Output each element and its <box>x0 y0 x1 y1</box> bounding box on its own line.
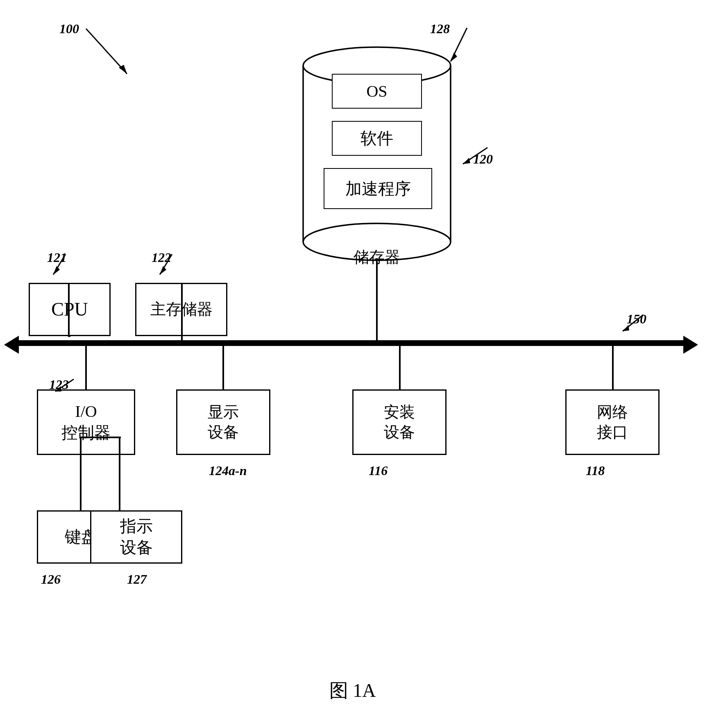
pointing-device-box: 指示设备 <box>90 510 182 564</box>
io-controller-box: I/O 控制器 <box>37 389 135 455</box>
arrow-100-line <box>53 20 143 86</box>
bus-arrow-right <box>683 336 698 354</box>
install-label: 安装设备 <box>384 402 415 443</box>
svg-marker-17 <box>55 386 61 391</box>
io-h-branch <box>80 437 121 438</box>
pointing-v-line <box>119 437 120 512</box>
software-box: 软件 <box>332 121 422 156</box>
accelerator-label: 加速程序 <box>345 177 411 200</box>
cpu-box: CPU <box>29 283 111 336</box>
arrow-122 <box>143 248 193 285</box>
bus-line <box>16 340 684 346</box>
storage-v-connector <box>376 258 378 341</box>
main-storage-v-connector <box>181 283 183 341</box>
svg-marker-15 <box>160 266 166 275</box>
pointing-label: 指示设备 <box>120 516 153 558</box>
ref-126: 126 <box>41 572 61 587</box>
arrow-121 <box>41 248 82 285</box>
os-label: OS <box>366 82 387 101</box>
io-v-connector <box>85 340 87 390</box>
bus-arrow-left <box>4 336 19 354</box>
install-device-box: 安装设备 <box>352 389 447 455</box>
io-label1: I/O <box>75 401 97 422</box>
network-v-connector <box>612 340 614 390</box>
svg-marker-11 <box>623 325 629 331</box>
ref-127: 127 <box>127 572 147 587</box>
ref-118: 118 <box>586 463 605 478</box>
figure-caption: 图 1A <box>0 678 705 703</box>
io-label2: 控制器 <box>61 422 111 444</box>
accelerator-box: 加速程序 <box>324 168 432 209</box>
ref-124: 124a-n <box>209 463 247 478</box>
arrow-123 <box>41 373 90 398</box>
software-label: 软件 <box>360 127 393 150</box>
install-v-connector <box>399 340 401 390</box>
cpu-v-connector <box>68 283 70 337</box>
arrow-120 <box>447 139 496 172</box>
os-box: OS <box>332 74 422 109</box>
display-device-box: 显示设备 <box>176 389 270 455</box>
diagram: 100 128 OS 软件 <box>0 0 705 728</box>
keyboard-v-line <box>80 437 82 512</box>
cylinder-storage: OS 软件 加速程序 储存器 <box>295 41 459 246</box>
network-label: 网络接口 <box>597 402 628 443</box>
arrow-150 <box>610 307 651 339</box>
svg-marker-13 <box>53 266 60 275</box>
ref-116: 116 <box>369 463 388 478</box>
svg-marker-9 <box>463 158 470 164</box>
display-v-connector <box>222 340 224 390</box>
display-label: 显示设备 <box>208 402 239 443</box>
network-interface-box: 网络接口 <box>565 389 660 455</box>
